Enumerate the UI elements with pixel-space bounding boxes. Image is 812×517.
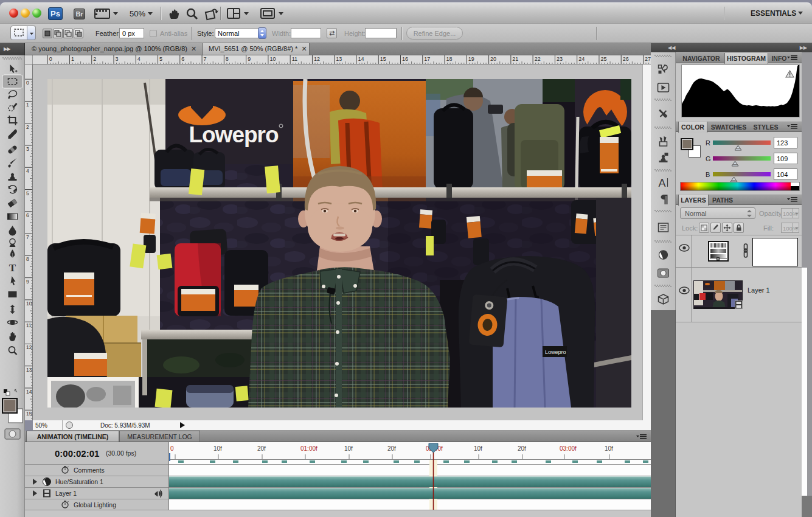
svg-text:Comments: Comments [74,467,105,474]
svg-text:11: 11 [26,322,32,328]
svg-text:20f: 20f [518,445,526,452]
svg-text:0: 0 [49,56,52,62]
svg-text:9: 9 [26,279,29,285]
svg-text:11: 11 [292,56,297,62]
svg-text:A: A [658,177,665,189]
svg-text:4: 4 [26,168,29,174]
svg-text:13: 13 [26,367,32,373]
svg-text:7: 7 [26,234,29,240]
svg-text:27: 27 [645,56,651,62]
svg-text:14: 14 [26,389,32,395]
svg-text:16: 16 [402,56,408,62]
svg-text:2: 2 [93,56,96,62]
svg-text:14: 14 [358,56,364,62]
svg-text:01:00f: 01:00f [300,445,318,452]
svg-text:12: 12 [26,344,32,350]
svg-text:17: 17 [424,56,430,62]
svg-text:0: 0 [26,80,29,86]
svg-text:5: 5 [26,190,29,196]
svg-text:10f: 10f [474,445,482,452]
svg-text:Layer 1: Layer 1 [55,490,77,497]
svg-text:T: T [9,262,16,274]
svg-text:4: 4 [137,56,141,62]
svg-text:25: 25 [600,56,606,62]
svg-text:23: 23 [557,56,563,62]
svg-text:2: 2 [26,124,29,130]
svg-text:6: 6 [181,56,184,62]
svg-text:26: 26 [623,56,629,62]
svg-text:Hue/Saturation 1: Hue/Saturation 1 [55,478,103,485]
svg-text:18: 18 [446,56,453,62]
svg-text:6: 6 [26,212,29,218]
svg-text:8: 8 [26,256,29,262]
svg-text:3: 3 [26,146,29,152]
svg-text:15: 15 [26,411,32,417]
svg-text:10f: 10f [344,445,353,452]
svg-text:1: 1 [26,102,29,108]
svg-text:10f: 10f [605,445,613,452]
svg-text:Lowepro: Lowepro [189,122,279,147]
svg-text:10: 10 [26,300,32,307]
svg-text:5: 5 [159,56,162,62]
svg-text:19: 19 [468,56,474,62]
svg-text:22: 22 [535,56,541,62]
svg-text:10: 10 [269,56,276,62]
svg-text:8: 8 [226,56,229,62]
svg-text:03:00f: 03:00f [560,445,577,452]
svg-text:15: 15 [380,56,386,62]
svg-text:(30.00 fps): (30.00 fps) [106,449,136,457]
svg-text:10f: 10f [213,445,222,452]
svg-text:12: 12 [314,56,320,62]
svg-text:Lowepro: Lowepro [545,349,566,355]
svg-text:20f: 20f [257,445,266,452]
svg-text:20: 20 [490,56,496,62]
svg-text:1: 1 [71,56,74,62]
svg-text:3: 3 [116,56,119,62]
svg-text:24: 24 [578,56,585,62]
svg-text:0:00:02:01: 0:00:02:01 [55,448,99,459]
svg-text:Global Lighting: Global Lighting [74,501,116,508]
svg-text:9: 9 [248,56,251,62]
svg-text:21: 21 [512,56,518,62]
svg-text:0: 0 [170,445,174,452]
svg-text:7: 7 [204,56,207,62]
svg-text:13: 13 [336,56,342,62]
svg-text:20f: 20f [387,445,396,452]
